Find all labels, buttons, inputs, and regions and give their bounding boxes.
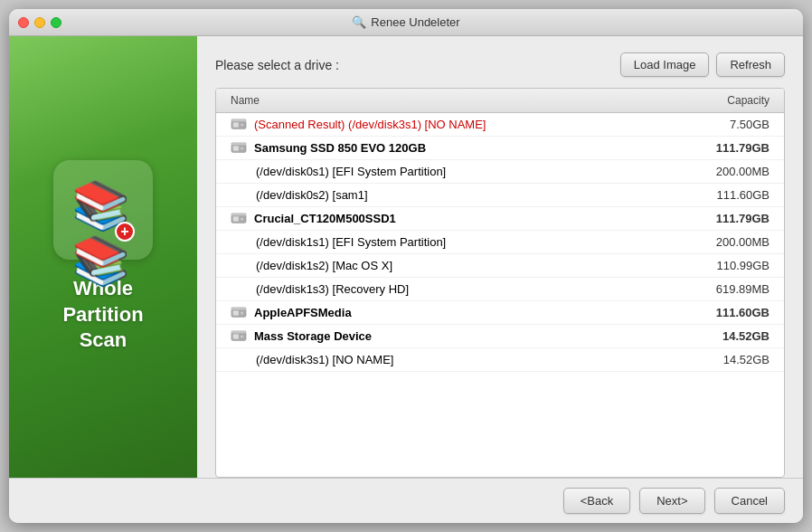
table-row[interactable]: Mass Storage Device14.52GB (216, 325, 784, 348)
svg-point-14 (241, 311, 244, 315)
table-row[interactable]: (Scanned Result) (/dev/disk3s1) [NO NAME… (216, 113, 784, 137)
svg-rect-11 (231, 213, 246, 215)
disk-icon (231, 119, 247, 131)
left-panel: 📚 + Whole Partition Scan (9, 36, 197, 478)
col-capacity-header: Capacity (657, 94, 784, 107)
window-title: 🔍 Renee Undeleter (352, 15, 459, 30)
table-row[interactable]: (/dev/disk3s1) [NO NAME]14.52GB (216, 348, 784, 372)
svg-point-10 (241, 217, 244, 221)
table-body: (Scanned Result) (/dev/disk3s1) [NO NAME… (216, 113, 784, 372)
table-row[interactable]: AppleAPFSMedia111.60GB (216, 301, 784, 325)
table-row[interactable]: Crucial_CT120M500SSD1111.79GB (216, 207, 784, 231)
close-button[interactable] (18, 17, 29, 28)
refresh-button[interactable]: Refresh (716, 52, 785, 77)
table-row[interactable]: (/dev/disk0s1) [EFI System Partition]200… (216, 160, 784, 184)
svg-rect-15 (231, 307, 246, 309)
next-button[interactable]: Next> (639, 488, 704, 514)
scan-icon: 📚 + (71, 178, 135, 242)
cross-icon: + (115, 222, 135, 242)
svg-point-6 (241, 147, 244, 150)
minimize-button[interactable] (34, 17, 45, 28)
svg-point-2 (241, 123, 244, 127)
toolbar: Please select a drive : Load Image Refre… (215, 52, 785, 77)
svg-rect-3 (231, 119, 246, 121)
disk-icon (231, 142, 247, 155)
table-row[interactable]: (/dev/disk1s3) [Recovery HD]619.89MB (216, 278, 784, 301)
app-icon: 🔍 (352, 15, 366, 30)
svg-rect-7 (231, 142, 246, 145)
svg-rect-13 (233, 310, 239, 315)
right-panel: Please select a drive : Load Image Refre… (197, 36, 803, 478)
main-content: 📚 + Whole Partition Scan Please select a… (9, 36, 803, 478)
cancel-button[interactable]: Cancel (714, 488, 785, 514)
table-header: Name Capacity (216, 89, 784, 113)
maximize-button[interactable] (51, 17, 61, 28)
load-image-button[interactable]: Load Image (620, 52, 710, 77)
table-row[interactable]: (/dev/disk1s1) [EFI System Partition]200… (216, 231, 784, 254)
svg-rect-19 (231, 330, 246, 333)
toolbar-label: Please select a drive : (215, 58, 339, 72)
traffic-lights (18, 17, 61, 28)
table-row[interactable]: (/dev/disk0s2) [sam1]111.60GB (216, 184, 784, 207)
disk-icon (231, 213, 247, 225)
toolbar-buttons: Load Image Refresh (620, 52, 785, 77)
disk-icon (231, 330, 247, 343)
table-row[interactable]: (/dev/disk1s2) [Mac OS X]110.99GB (216, 254, 784, 278)
svg-point-18 (241, 335, 244, 338)
col-name-header: Name (216, 94, 657, 107)
svg-rect-17 (233, 334, 239, 338)
disk-icon (231, 307, 247, 319)
drive-table: Name Capacity (Scanned Result) (/dev/dis… (215, 88, 785, 478)
main-window: 🔍 Renee Undeleter 📚 + Whole Partition Sc… (9, 9, 803, 523)
bottom-bar: <Back Next> Cancel (9, 478, 803, 523)
title-bar: 🔍 Renee Undeleter (9, 9, 803, 36)
svg-rect-5 (233, 146, 239, 150)
svg-rect-9 (233, 216, 239, 221)
svg-rect-1 (233, 122, 239, 127)
table-row[interactable]: Samsung SSD 850 EVO 120GB111.79GB (216, 137, 784, 160)
back-button[interactable]: <Back (563, 488, 631, 514)
icon-box: 📚 + (53, 160, 153, 260)
